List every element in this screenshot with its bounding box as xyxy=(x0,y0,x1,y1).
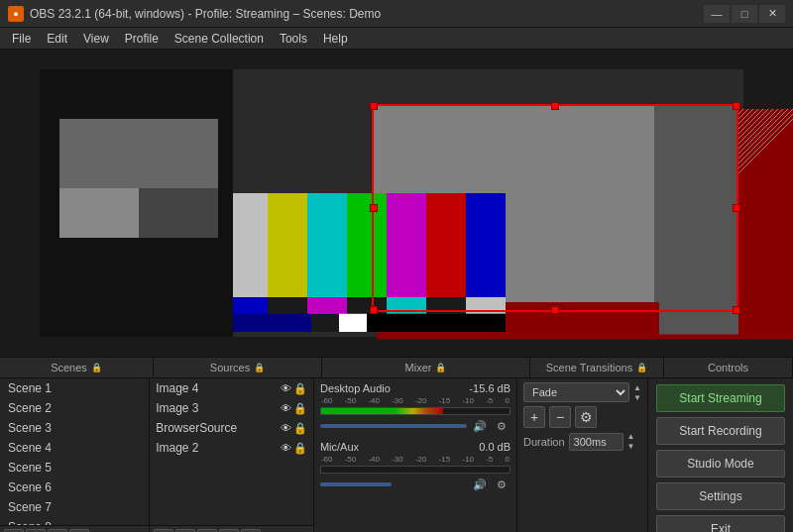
source-item-3[interactable]: BrowserSource 👁 🔒 xyxy=(150,418,313,438)
scene-item-6[interactable]: Scene 6 xyxy=(0,478,149,497)
desktop-audio-header: Desktop Audio -15.6 dB xyxy=(320,382,510,394)
desktop-audio-controls: 🔊 ⚙ xyxy=(320,417,510,435)
transitions-label: Scene Transitions xyxy=(546,362,632,373)
add-transition-button[interactable]: + xyxy=(523,406,545,428)
sources-list: Image 4 👁 🔒 Image 3 👁 🔒 BrowserSource 👁 … xyxy=(150,378,313,525)
duration-input[interactable] xyxy=(569,433,623,451)
maximize-button[interactable]: □ xyxy=(732,5,757,23)
scenes-toolbar: + − ∧ ∨ xyxy=(0,525,149,532)
sources-panel-header: Sources 🔒 xyxy=(154,358,322,377)
mic-aux-settings-button[interactable]: ⚙ xyxy=(493,476,510,493)
source-lock-icon[interactable]: 🔒 xyxy=(293,442,307,455)
transition-type-down[interactable]: ▼ xyxy=(633,393,641,402)
menu-item-file[interactable]: File xyxy=(4,30,39,48)
source-name: Image 2 xyxy=(156,441,198,455)
scenes-panel-header: Scenes 🔒 xyxy=(0,358,154,377)
duration-down[interactable]: ▼ xyxy=(627,442,635,451)
scene-item-2[interactable]: Scene 2 xyxy=(0,398,149,418)
mic-aux-header: Mic/Aux 0.0 dB xyxy=(320,441,510,453)
transition-type-up[interactable]: ▲ xyxy=(633,383,641,392)
scene-item-3[interactable]: Scene 3 xyxy=(0,418,149,438)
mixer-panel: Desktop Audio -15.6 dB -60-50-40-30-20-1… xyxy=(314,378,517,532)
preview-canvas xyxy=(0,50,793,357)
duration-up[interactable]: ▲ xyxy=(627,432,635,441)
source-lock-icon[interactable]: 🔒 xyxy=(293,402,307,415)
scenes-panel: Scene 1Scene 2Scene 3Scene 4Scene 5Scene… xyxy=(0,378,150,532)
transition-settings-button[interactable]: ⚙ xyxy=(575,406,597,428)
desktop-audio-volume-slider[interactable] xyxy=(320,424,467,428)
source-visibility-icon[interactable]: 👁 xyxy=(281,422,291,435)
mic-aux-controls: 🔊 ⚙ xyxy=(320,476,510,493)
minimize-button[interactable]: — xyxy=(704,5,730,23)
source-item-4[interactable]: Image 2 👁 🔒 xyxy=(150,438,313,458)
transitions-lock-icon[interactable]: 🔒 xyxy=(636,363,647,372)
settings-button[interactable]: Settings xyxy=(656,482,785,510)
menu-item-scene-collection[interactable]: Scene Collection xyxy=(167,30,272,48)
mic-aux-name: Mic/Aux xyxy=(320,441,359,453)
mic-aux-db: 0.0 dB xyxy=(479,441,510,453)
source-visibility-icon[interactable]: 👁 xyxy=(281,382,291,395)
preview-area[interactable] xyxy=(0,50,793,357)
scene-item-1[interactable]: Scene 1 xyxy=(0,378,149,398)
mic-aux-channel: Mic/Aux 0.0 dB -60-50-40-30-20-15-10-50 … xyxy=(320,441,510,493)
close-button[interactable]: ✕ xyxy=(759,5,785,23)
start-streaming-button[interactable]: Start Streaming xyxy=(656,384,785,412)
desktop-audio-meter-fill xyxy=(321,408,444,414)
sources-toolbar: + − ⚙ ∧ ∨ xyxy=(150,525,313,532)
source-name: BrowserSource xyxy=(156,421,237,435)
menu-item-view[interactable]: View xyxy=(75,30,117,48)
panels-content: Scene 1Scene 2Scene 3Scene 4Scene 5Scene… xyxy=(0,378,793,532)
exit-button[interactable]: Exit xyxy=(656,515,785,532)
menu-item-edit[interactable]: Edit xyxy=(39,30,75,48)
desktop-audio-channel: Desktop Audio -15.6 dB -60-50-40-30-20-1… xyxy=(320,382,510,435)
desktop-audio-mute-button[interactable]: 🔊 xyxy=(471,417,489,435)
transitions-panel-header: Scene Transitions 🔒 xyxy=(530,358,664,377)
app-icon: ● xyxy=(8,6,24,22)
transitions-type-select[interactable]: Fade Cut Swipe Slide Stinger xyxy=(523,382,629,402)
desktop-audio-settings-button[interactable]: ⚙ xyxy=(493,417,510,435)
remove-transition-button[interactable]: − xyxy=(549,406,571,428)
scene-item-7[interactable]: Scene 7 xyxy=(0,497,149,517)
source-lock-icon[interactable]: 🔒 xyxy=(293,422,307,435)
scenes-lock-icon[interactable]: 🔒 xyxy=(91,363,102,372)
desktop-audio-name: Desktop Audio xyxy=(320,382,391,394)
duration-row: Duration ▲ ▼ xyxy=(523,432,641,451)
menubar: FileEditViewProfileScene CollectionTools… xyxy=(0,28,793,50)
source-icons: 👁 🔒 xyxy=(281,382,307,395)
titlebar: ● OBS 23.2.1 (64-bit, windows) - Profile… xyxy=(0,0,793,28)
controls-label: Controls xyxy=(708,362,748,373)
transitions-actions: + − ⚙ xyxy=(523,406,641,428)
mic-aux-volume-slider[interactable] xyxy=(320,482,392,486)
source-item-1[interactable]: Image 4 👁 🔒 xyxy=(150,378,313,398)
source-item-2[interactable]: Image 3 👁 🔒 xyxy=(150,398,313,418)
source-name: Image 4 xyxy=(156,381,198,395)
desktop-audio-meter xyxy=(320,407,510,415)
scenes-label: Scenes xyxy=(51,362,87,373)
source-visibility-icon[interactable]: 👁 xyxy=(281,402,291,415)
start-recording-button[interactable]: Start Recording xyxy=(656,417,785,445)
mixer-panel-header: Mixer 🔒 xyxy=(322,358,530,377)
mic-aux-mute-button[interactable]: 🔊 xyxy=(471,476,489,493)
desktop-audio-db: -15.6 dB xyxy=(469,382,510,394)
studio-mode-button[interactable]: Studio Mode xyxy=(656,450,785,478)
transitions-panel: Fade Cut Swipe Slide Stinger ▲ ▼ + − ⚙ D… xyxy=(517,378,648,532)
source-icons: 👁 🔒 xyxy=(281,442,307,455)
desktop-audio-meter-labels: -60-50-40-30-20-15-10-50 xyxy=(320,396,510,405)
sources-lock-icon[interactable]: 🔒 xyxy=(254,363,265,372)
scene-item-8[interactable]: Scene 8 xyxy=(0,517,149,525)
window-title: OBS 23.2.1 (64-bit, windows) - Profile: … xyxy=(30,7,704,21)
window-controls: — □ ✕ xyxy=(704,5,785,23)
mixer-lock-icon[interactable]: 🔒 xyxy=(435,363,446,372)
mic-aux-meter xyxy=(320,466,510,474)
menu-item-profile[interactable]: Profile xyxy=(117,30,167,48)
scene-item-4[interactable]: Scene 4 xyxy=(0,438,149,458)
menu-item-help[interactable]: Help xyxy=(315,30,356,48)
transitions-select-row: Fade Cut Swipe Slide Stinger ▲ ▼ xyxy=(523,382,641,402)
source-visibility-icon[interactable]: 👁 xyxy=(281,442,291,455)
source-lock-icon[interactable]: 🔒 xyxy=(293,382,307,395)
scenes-list: Scene 1Scene 2Scene 3Scene 4Scene 5Scene… xyxy=(0,378,149,525)
scene-item-5[interactable]: Scene 5 xyxy=(0,458,149,478)
source-icons: 👁 🔒 xyxy=(281,402,307,415)
menu-item-tools[interactable]: Tools xyxy=(272,30,315,48)
mixer-label: Mixer xyxy=(405,362,432,373)
